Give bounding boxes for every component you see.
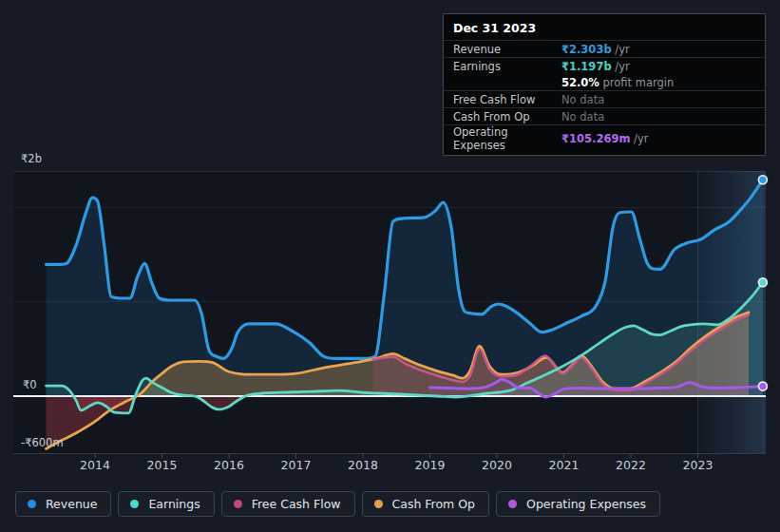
cash-from-op-value: No data: [561, 110, 604, 124]
operating-expenses-dot-icon: [508, 500, 517, 508]
legend-item-cash-from-op[interactable]: Cash From Op: [362, 491, 490, 517]
legend-label: Free Cash Flow: [252, 497, 341, 511]
value-suffix: profit margin: [599, 76, 674, 89]
revenue-end-marker: [758, 176, 767, 184]
legend-item-earnings[interactable]: Earnings: [118, 491, 214, 517]
earnings-value: ₹1.197b: [561, 60, 612, 73]
tooltip-label: Revenue: [453, 43, 561, 56]
revenue-value: ₹2.303b: [561, 43, 612, 56]
x-axis-label: 2022: [616, 458, 646, 472]
tooltip-value: No data: [561, 110, 604, 124]
free-cash-flow-dot-icon: [234, 500, 242, 508]
operating-expenses-end-marker: [758, 382, 767, 390]
y-label-zero: ₹0: [23, 378, 37, 391]
tooltip-row-profit-margin: 52.0% profit margin: [444, 74, 765, 90]
legend-item-operating-expenses[interactable]: Operating Expenses: [496, 491, 660, 517]
legend-label: Operating Expenses: [526, 497, 646, 511]
x-axis-label: 2018: [348, 458, 378, 472]
legend-item-free-cash-flow[interactable]: Free Cash Flow: [221, 491, 355, 517]
tooltip-label: Free Cash Flow: [453, 93, 561, 106]
tooltip-row-cash-from-op: Cash From Op No data: [444, 107, 765, 124]
tooltip-value: ₹1.197b /yr: [561, 60, 630, 73]
cash-from-op-dot-icon: [374, 500, 383, 508]
profit-margin-value: 52.0%: [561, 76, 599, 89]
legend-item-revenue[interactable]: Revenue: [15, 491, 111, 517]
x-axis-label: 2019: [415, 458, 446, 472]
fcf-value: No data: [561, 93, 604, 106]
revenue-dot-icon: [28, 500, 36, 508]
x-axis-label: 2017: [281, 458, 312, 472]
earnings-end-marker: [758, 278, 767, 287]
x-axis-label: 2015: [147, 458, 178, 472]
x-axis-label: 2014: [80, 458, 110, 472]
legend-label: Cash From Op: [392, 497, 476, 511]
y-label-max: ₹2b: [21, 152, 42, 165]
earnings-dot-icon: [130, 500, 139, 508]
tooltip-label: Cash From Op: [453, 110, 561, 124]
value-suffix: /yr: [630, 132, 648, 145]
value-suffix: /yr: [612, 60, 630, 73]
financial-history-chart: 2014201520162017201820192020202120222023…: [0, 0, 780, 532]
tooltip-label: Operating Expenses: [453, 125, 561, 152]
x-axis-label: 2020: [482, 458, 512, 472]
tooltip-value: ₹105.269m /yr: [561, 132, 648, 145]
x-axis-labels: 2014201520162017201820192020202120222023: [80, 458, 713, 472]
chart-legend: Revenue Earnings Free Cash Flow Cash Fro…: [15, 491, 660, 517]
x-axis-label: 2016: [214, 458, 244, 472]
x-axis-label: 2023: [683, 458, 713, 472]
opex-value: ₹105.269m: [561, 132, 630, 145]
tooltip-row-earnings: Earnings ₹1.197b /yr: [444, 57, 765, 74]
legend-label: Revenue: [46, 497, 97, 511]
tooltip-date: Dec 31 2023: [444, 14, 765, 40]
legend-label: Earnings: [148, 497, 200, 511]
y-label-min: -₹600m: [21, 436, 64, 449]
tooltip-row-revenue: Revenue ₹2.303b /yr: [444, 40, 765, 57]
tooltip-label: Earnings: [453, 60, 561, 73]
tooltip-value: ₹2.303b /yr: [561, 43, 630, 56]
tooltip-value: 52.0% profit margin: [561, 76, 674, 89]
chart-tooltip: Dec 31 2023 Revenue ₹2.303b /yr Earnings…: [443, 13, 766, 156]
tooltip-row-free-cash-flow: Free Cash Flow No data: [444, 90, 765, 107]
tooltip-value: No data: [561, 93, 604, 106]
value-suffix: /yr: [612, 43, 630, 56]
x-axis-label: 2021: [549, 458, 580, 472]
tooltip-row-operating-expenses: Operating Expenses ₹105.269m /yr: [444, 124, 765, 155]
